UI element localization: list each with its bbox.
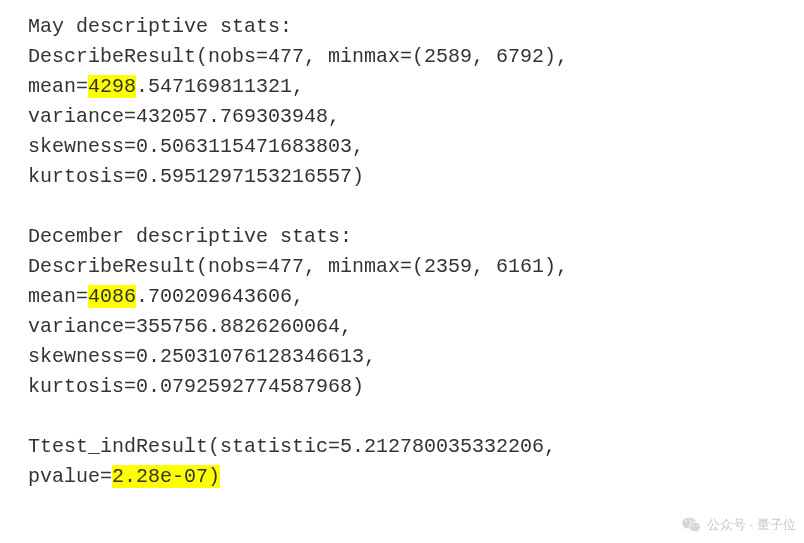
may-skewness: skewness=0.5063115471683803,: [28, 132, 792, 162]
dec-mean-prefix: mean=: [28, 285, 88, 308]
watermark: 公众号 · 量子位: [681, 515, 796, 535]
ttest-pvalue-highlight: 2.28e-07): [112, 465, 220, 488]
may-mean-highlight: 4298: [88, 75, 136, 98]
may-describe-line1: DescribeResult(nobs=477, minmax=(2589, 6…: [28, 42, 792, 72]
ttest-pvalue-line: pvalue=2.28e-07): [28, 462, 792, 492]
dec-kurtosis: kurtosis=0.0792592774587968): [28, 372, 792, 402]
watermark-text: 公众号 · 量子位: [707, 515, 796, 535]
dec-describe-line1: DescribeResult(nobs=477, minmax=(2359, 6…: [28, 252, 792, 282]
may-mean-line: mean=4298.547169811321,: [28, 72, 792, 102]
may-kurtosis: kurtosis=0.5951297153216557): [28, 162, 792, 192]
blank-line-2: [28, 402, 792, 432]
blank-line-1: [28, 192, 792, 222]
may-variance: variance=432057.769303948,: [28, 102, 792, 132]
ttest-line1: Ttest_indResult(statistic=5.212780035332…: [28, 432, 792, 462]
ttest-pvalue-prefix: pvalue=: [28, 465, 112, 488]
dec-header: December descriptive stats:: [28, 222, 792, 252]
wechat-icon: [681, 515, 701, 535]
dec-mean-rest: .700209643606,: [136, 285, 304, 308]
dec-skewness: skewness=0.25031076128346613,: [28, 342, 792, 372]
may-mean-prefix: mean=: [28, 75, 88, 98]
may-header: May descriptive stats:: [28, 12, 792, 42]
dec-variance: variance=355756.8826260064,: [28, 312, 792, 342]
may-mean-rest: .547169811321,: [136, 75, 304, 98]
dec-mean-line: mean=4086.700209643606,: [28, 282, 792, 312]
dec-mean-highlight: 4086: [88, 285, 136, 308]
